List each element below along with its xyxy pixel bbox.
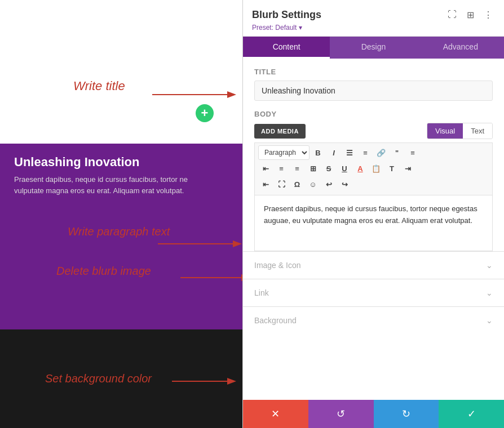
purple-section: Unleashing Inovation Praesent dapibus, n… <box>0 144 242 329</box>
grid-icon[interactable]: ⊞ <box>463 8 477 21</box>
panel-content: Title Body ADD MEDIA Visual Text Paragra… <box>243 59 504 400</box>
arrow-title <box>152 89 240 100</box>
preset-row[interactable]: Preset: Default ▾ <box>252 24 495 32</box>
arrow-delete <box>180 272 242 283</box>
redo-toolbar-button[interactable]: ↪ <box>337 177 352 191</box>
special-char-button[interactable]: Ω <box>290 177 304 191</box>
image-icon-label: Image & Icon <box>254 261 301 270</box>
cancel-button[interactable]: ✕ <box>243 400 308 428</box>
body-toolbar-top: ADD MEDIA Visual Text <box>254 123 493 139</box>
write-paragraph-label: Write paragraph text <box>68 225 170 238</box>
emoji-button[interactable]: ☺ <box>306 177 320 191</box>
italic-button[interactable]: I <box>326 145 341 160</box>
add-media-button[interactable]: ADD MEDIA <box>254 124 306 139</box>
preset-chevron: ▾ <box>299 24 302 32</box>
dark-section: Set background color <box>0 329 242 428</box>
title-label: Title <box>254 68 493 76</box>
title-input[interactable] <box>254 81 493 101</box>
link-label: Link <box>254 288 269 297</box>
clear-format-button[interactable]: T <box>384 161 399 176</box>
tab-design[interactable]: Design <box>330 37 417 59</box>
panel-footer: ✕ ↺ ↻ ✓ <box>243 400 504 428</box>
settings-tabs: Content Design Advanced <box>243 37 504 59</box>
tab-content[interactable]: Content <box>243 37 330 59</box>
ul-button[interactable]: ☰ <box>342 145 357 160</box>
editor-toolbar: Paragraph Heading 1 Heading 2 B I ☰ ≡ 🔗 … <box>254 142 493 195</box>
arrow-paragraph <box>158 238 242 249</box>
title-section: Title <box>243 59 504 101</box>
ol-button[interactable]: ≡ <box>358 145 373 160</box>
save-button[interactable]: ✓ <box>439 400 504 428</box>
paragraph-select[interactable]: Paragraph Heading 1 Heading 2 <box>258 145 310 160</box>
settings-panel: Blurb Settings ⛶ ⊞ ⋮ Preset: Default ▾ C… <box>242 0 504 428</box>
text-tab[interactable]: Text <box>463 123 492 139</box>
indent-button[interactable]: ⇥ <box>400 161 415 176</box>
blurb-title-text: Unleashing Inovation <box>14 155 228 170</box>
background-chevron: ⌄ <box>486 316 493 325</box>
paste-text-button[interactable]: 📋 <box>369 161 383 176</box>
undo-button[interactable]: ↩ <box>321 177 336 191</box>
table-button[interactable]: ⊞ <box>306 161 320 176</box>
editor-content: Praesent dapibus, neque id cursus faucib… <box>264 204 478 225</box>
fullscreen-editor-button[interactable]: ⛶ <box>274 177 289 191</box>
more-options-icon[interactable]: ⋮ <box>481 8 495 21</box>
blurb-body-text: Praesent dapibus, neque id cursus faucib… <box>14 174 217 196</box>
strikethrough-button[interactable]: S <box>321 161 336 176</box>
align-left-button[interactable]: ⇤ <box>258 161 273 176</box>
left-top-area: Write title + <box>0 0 242 144</box>
blockquote-button[interactable]: " <box>390 145 404 160</box>
preset-label: Preset: Default <box>252 24 297 32</box>
bold-button[interactable]: B <box>311 145 325 160</box>
toolbar-row-3: ⇤ ⛶ Ω ☺ ↩ ↪ <box>258 177 489 191</box>
background-section[interactable]: Background ⌄ <box>243 306 504 334</box>
redo-button[interactable]: ↻ <box>374 400 439 428</box>
background-label: Background <box>254 316 297 325</box>
align-center-button[interactable]: ≡ <box>274 161 289 176</box>
outdent-button[interactable]: ⇤ <box>258 177 273 191</box>
justify-button[interactable]: ≡ <box>290 161 304 176</box>
left-panel: Write title + Unleashing Inovation Praes… <box>0 0 242 428</box>
link-section[interactable]: Link ⌄ <box>243 279 504 306</box>
link-button[interactable]: 🔗 <box>374 145 388 160</box>
set-background-label: Set background color <box>45 372 152 385</box>
editor-area[interactable]: Praesent dapibus, neque id cursus faucib… <box>254 195 493 251</box>
header-icons: ⛶ ⊞ ⋮ <box>445 8 495 21</box>
arrow-bg <box>172 376 240 387</box>
image-icon-chevron: ⌄ <box>486 261 493 270</box>
panel-title: Blurb Settings <box>252 9 321 21</box>
underline-button[interactable]: U <box>337 161 352 176</box>
visual-tab[interactable]: Visual <box>427 123 463 139</box>
fullscreen-icon[interactable]: ⛶ <box>445 8 459 21</box>
image-icon-section[interactable]: Image & Icon ⌄ <box>243 251 504 279</box>
add-module-button[interactable]: + <box>196 104 214 122</box>
align-right-button[interactable]: ≡ <box>405 145 420 160</box>
body-section: Body ADD MEDIA Visual Text Paragraph Hea… <box>243 101 504 251</box>
visual-text-toggle: Visual Text <box>427 123 493 139</box>
panel-header: Blurb Settings ⛶ ⊞ ⋮ Preset: Default ▾ <box>243 0 504 37</box>
write-title-label: Write title <box>73 79 125 93</box>
body-label: Body <box>254 110 493 118</box>
reset-button[interactable]: ↺ <box>308 400 374 428</box>
font-color-button[interactable]: A <box>353 161 368 176</box>
tab-advanced[interactable]: Advanced <box>417 37 504 59</box>
delete-blurb-label: Delete blurb image <box>56 265 151 278</box>
toolbar-row-1: Paragraph Heading 1 Heading 2 B I ☰ ≡ 🔗 … <box>258 145 489 160</box>
link-chevron: ⌄ <box>486 288 493 297</box>
toolbar-row-2: ⇤ ≡ ≡ ⊞ S U A 📋 T ⇥ <box>258 161 489 176</box>
